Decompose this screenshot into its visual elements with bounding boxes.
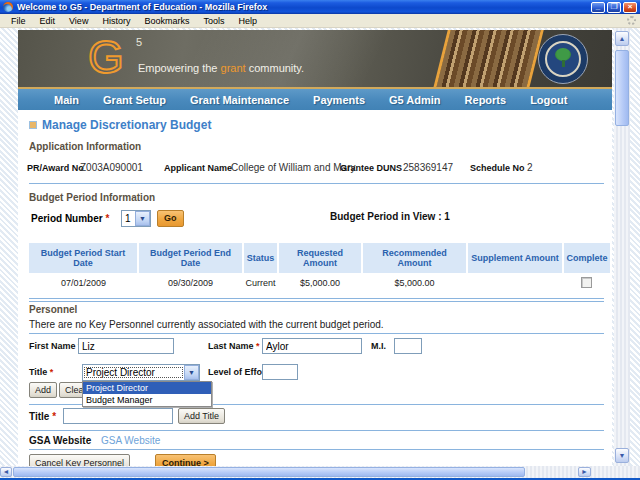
bullet-icon [29,121,37,129]
col-requested: Requested Amount [278,243,362,273]
personnel-heading: Personnel [29,304,77,315]
budget-period-heading: Budget Period Information [29,192,155,203]
first-name-input[interactable] [78,338,174,354]
menu-help[interactable]: Help [231,16,264,26]
title-selected-value: Project Director [83,366,184,379]
cell-requested: $5,000.00 [278,273,362,293]
period-number-value: 1 [122,212,135,225]
divider [29,333,604,334]
close-button[interactable]: × [623,2,637,13]
pr-award-value: Z003A090001 [80,162,143,173]
col-status: Status [243,243,278,273]
new-title-label: Title * [29,411,56,422]
restore-button[interactable]: ❐ [607,2,621,13]
option-project-director[interactable]: Project Director [83,382,211,394]
new-title-label-text: Title [29,411,49,422]
vertical-scroll-thumb[interactable] [615,50,629,126]
nav-reports[interactable]: Reports [453,94,519,106]
title-select[interactable]: Project Director ▼ [82,364,200,381]
title-dropdown-arrow-icon[interactable]: ▼ [184,365,199,380]
menu-tools[interactable]: Tools [196,16,231,26]
window-title: Welcome to G5 - Department of Education … [17,2,591,12]
schedule-no-label: Schedule No [470,163,525,173]
title-label-text: Title [29,367,47,377]
add-button[interactable]: Add [29,382,57,398]
gsa-website-label: GSA Website [29,435,91,446]
period-number-label-text: Period Number [31,213,103,224]
first-name-label: First Name * [29,341,82,351]
activity-throbber-icon [627,16,636,25]
menu-file[interactable]: File [4,16,33,26]
divider [29,449,604,450]
application-info-heading: Application Information [29,141,141,152]
nav-main[interactable]: Main [42,94,91,106]
col-end-date: Budget Period End Date [138,243,243,273]
personnel-empty-message: There are no Key Personnel currently ass… [29,319,384,330]
applicant-name-label: Applicant Name [164,163,232,173]
add-title-button[interactable]: Add Title [178,408,225,424]
minimize-button[interactable]: _ [591,2,605,13]
tagline-highlight: grant [221,62,246,74]
horizontal-scrollbar[interactable]: ◄ ► [0,466,640,478]
scroll-left-icon[interactable]: ◄ [0,467,12,477]
last-name-input[interactable] [262,338,362,354]
nav-g5-admin[interactable]: G5 Admin [377,94,453,106]
period-number-select[interactable]: 1 ▼ [121,210,151,227]
option-budget-manager[interactable]: Budget Manager [83,394,211,406]
first-name-label-text: First Name [29,341,76,351]
scroll-up-icon[interactable]: ▲ [615,31,629,46]
page-title-row: Manage Discretionary Budget [29,118,211,132]
required-marker: * [105,213,109,224]
title-label: Title * [29,367,53,377]
bookshelf-image [431,30,544,87]
menu-bar: File Edit View History Bookmarks Tools H… [0,14,640,28]
scroll-right-icon[interactable]: ► [578,467,591,477]
page-content: Manage Discretionary Budget Application … [18,110,612,466]
nav-logout[interactable]: Logout [518,94,579,106]
new-title-input[interactable] [63,408,173,424]
col-recommended: Recommended Amount [362,243,467,273]
menu-bookmarks[interactable]: Bookmarks [137,16,196,26]
gsa-website-link[interactable]: GSA Website [101,435,160,446]
table-row: 07/01/2009 09/30/2009 Current $5,000.00 … [29,273,610,293]
window-titlebar[interactable]: Welcome to G5 - Department of Education … [0,0,640,14]
pr-award-label: PR/Award No [27,163,84,173]
period-number-label: Period Number * [31,213,109,224]
cell-recommended: $5,000.00 [362,273,467,293]
last-name-label-text: Last Name [208,341,254,351]
nav-payments[interactable]: Payments [301,94,377,106]
col-start-date: Budget Period Start Date [29,243,138,273]
divider [29,430,604,431]
nav-grant-maintenance[interactable]: Grant Maintenance [178,94,301,106]
g5-logo: G [88,34,134,80]
mi-input[interactable] [394,338,422,354]
level-of-effort-label-text: Level of Effort [208,367,269,377]
cell-supplement [467,273,563,293]
education-seal-icon [538,34,588,84]
menu-history[interactable]: History [95,16,137,26]
cell-start-date: 07/01/2009 [29,273,138,293]
double-divider [29,298,604,302]
page-title: Manage Discretionary Budget [42,118,211,132]
cell-end-date: 09/30/2009 [138,273,243,293]
nav-grant-setup[interactable]: Grant Setup [91,94,178,106]
cell-status: Current [243,273,278,293]
go-button[interactable]: Go [157,210,184,227]
firefox-icon [3,2,13,12]
col-complete: Complete [563,243,610,273]
horizontal-scroll-thumb[interactable] [13,467,525,477]
menu-view[interactable]: View [62,16,95,26]
required-marker: * [256,341,260,351]
table-header-row: Budget Period Start Date Budget Period E… [29,243,610,273]
menu-edit[interactable]: Edit [33,16,63,26]
divider [29,183,604,184]
complete-checkbox[interactable] [581,277,592,288]
budget-period-table: Budget Period Start Date Budget Period E… [29,243,610,293]
period-dropdown-arrow-icon[interactable]: ▼ [135,211,150,226]
scroll-down-icon[interactable]: ▼ [615,448,629,463]
level-of-effort-input[interactable] [262,364,298,380]
vertical-scrollbar[interactable]: ▲ ▼ [614,28,630,466]
site-banner: G 5 Empowering the grant community. [18,30,612,87]
last-name-label: Last Name * [208,341,260,351]
main-navigation: Main Grant Setup Grant Maintenance Payme… [18,87,612,110]
